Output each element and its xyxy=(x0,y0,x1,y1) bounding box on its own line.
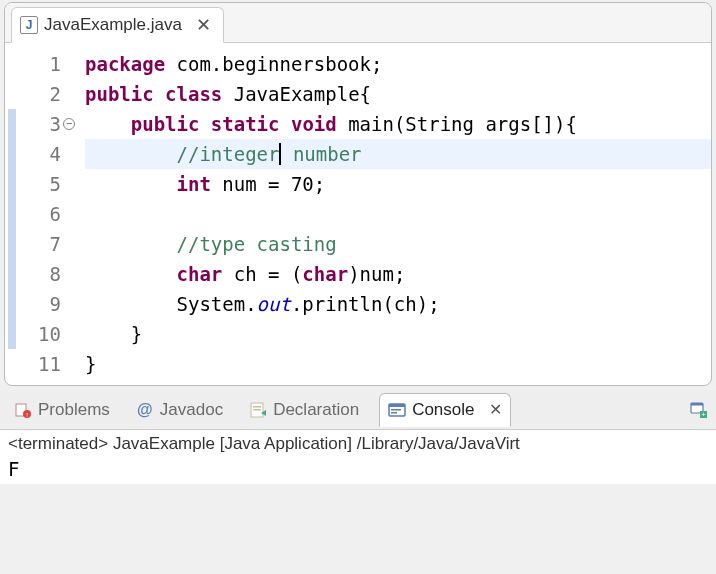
problems-icon: ! xyxy=(14,401,32,419)
open-console-icon[interactable]: + xyxy=(690,401,708,419)
tab-label: Console xyxy=(412,400,474,420)
code-line: } xyxy=(85,319,711,349)
code-line xyxy=(85,199,711,229)
code-line: public class JavaExample{ xyxy=(85,79,711,109)
code-line: System.out.println(ch); xyxy=(85,289,711,319)
line-number: 6 xyxy=(19,199,61,229)
console-panel: <terminated> JavaExample [Java Applicati… xyxy=(0,430,716,484)
close-icon[interactable]: ✕ xyxy=(196,14,211,36)
svg-rect-4 xyxy=(253,406,261,408)
svg-rect-5 xyxy=(253,409,261,411)
editor-tab-filename: JavaExample.java xyxy=(44,15,182,35)
tab-label: Javadoc xyxy=(160,400,223,420)
console-icon xyxy=(388,401,406,419)
code-line: } xyxy=(85,349,711,379)
code-line: char ch = (char)num; xyxy=(85,259,711,289)
line-number: 1 xyxy=(19,49,61,79)
javadoc-icon: @ xyxy=(136,401,154,419)
editor-tab[interactable]: J JavaExample.java ✕ xyxy=(11,7,224,43)
change-margin xyxy=(5,49,19,379)
code-line: //type casting xyxy=(85,229,711,259)
editor-panel: J JavaExample.java ✕ 1 2 3− 4 5 6 7 xyxy=(4,2,712,386)
line-number-gutter: 1 2 3− 4 5 6 7 8 9 10 11 xyxy=(19,49,65,379)
line-number: 4 xyxy=(19,139,61,169)
line-number: 3− xyxy=(19,109,61,139)
svg-rect-10 xyxy=(391,412,397,414)
tab-declaration[interactable]: Declaration xyxy=(243,396,365,424)
code-line: int num = 70; xyxy=(85,169,711,199)
editor-tab-bar: J JavaExample.java ✕ xyxy=(5,3,711,43)
bottom-views-tab-bar: ! Problems @ Javadoc Declaration Console… xyxy=(0,390,716,430)
code-line: public static void main(String args[]){ xyxy=(85,109,711,139)
tab-label: Problems xyxy=(38,400,110,420)
line-number: 5 xyxy=(19,169,61,199)
code-line: package com.beginnersbook; xyxy=(85,49,711,79)
close-icon[interactable]: ✕ xyxy=(489,400,502,419)
svg-text:+: + xyxy=(701,410,706,419)
code-editor[interactable]: 1 2 3− 4 5 6 7 8 9 10 11 package com.beg… xyxy=(5,43,711,385)
console-output: F xyxy=(8,454,708,480)
fold-icon[interactable]: − xyxy=(63,118,75,130)
line-number: 7 xyxy=(19,229,61,259)
declaration-icon xyxy=(249,401,267,419)
svg-rect-8 xyxy=(389,404,405,407)
code-content[interactable]: package com.beginnersbook; public class … xyxy=(65,49,711,379)
java-file-icon: J xyxy=(20,16,38,34)
line-number: 8 xyxy=(19,259,61,289)
tab-label: Declaration xyxy=(273,400,359,420)
console-status: <terminated> JavaExample [Java Applicati… xyxy=(8,434,708,454)
line-number: 10 xyxy=(19,319,61,349)
line-number: 9 xyxy=(19,289,61,319)
tab-problems[interactable]: ! Problems xyxy=(8,396,116,424)
tab-javadoc[interactable]: @ Javadoc xyxy=(130,396,229,424)
tab-console[interactable]: Console ✕ xyxy=(379,393,510,427)
code-line-current: //integer number xyxy=(85,139,711,169)
line-number: 2 xyxy=(19,79,61,109)
svg-rect-12 xyxy=(691,403,703,406)
line-number: 11 xyxy=(19,349,61,379)
svg-rect-9 xyxy=(391,409,401,411)
